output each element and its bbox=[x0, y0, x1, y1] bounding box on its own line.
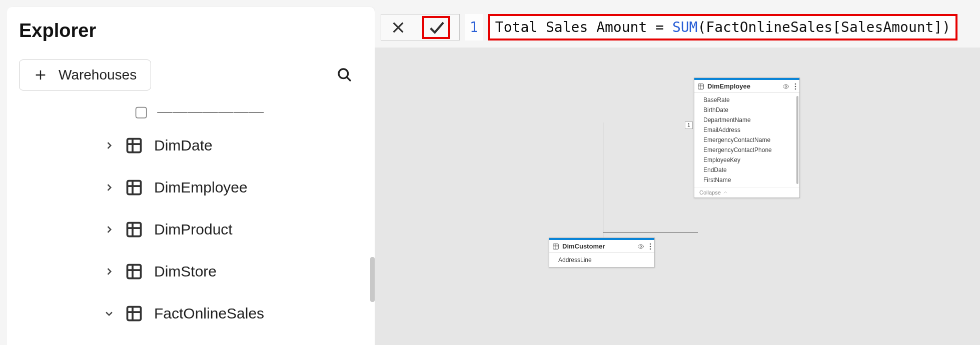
search-icon[interactable] bbox=[337, 67, 353, 83]
formula-bar-buttons bbox=[381, 14, 460, 40]
tree-item-dimproduct[interactable]: DimProduct bbox=[104, 208, 363, 250]
schema-card-title: DimCustomer bbox=[562, 242, 605, 250]
svg-rect-11 bbox=[553, 244, 559, 249]
chevron-right-icon bbox=[104, 182, 114, 192]
tree-item-label: FactOnlineSales bbox=[154, 305, 264, 322]
schema-card-scrollbar[interactable] bbox=[796, 96, 798, 184]
relationship-line[interactable] bbox=[603, 122, 698, 252]
table-icon bbox=[125, 262, 143, 280]
visibility-icon[interactable] bbox=[782, 83, 789, 90]
formula-table-ref: FactOnlineSales bbox=[706, 19, 832, 36]
formula-equals: = bbox=[647, 19, 672, 36]
svg-point-7 bbox=[785, 86, 787, 88]
svg-rect-4 bbox=[128, 265, 141, 278]
schema-card-body: BaseRate BirthDate DepartmentName EmailA… bbox=[694, 93, 799, 187]
formula-line-number: 1 bbox=[465, 14, 483, 40]
schema-card-header[interactable]: DimCustomer bbox=[549, 238, 654, 253]
formula-column-ref: SalesAmount bbox=[841, 19, 933, 36]
editor-area: 1 Total Sales Amount = SUM(FactOnlineSal… bbox=[375, 7, 980, 345]
svg-point-14 bbox=[650, 246, 651, 247]
visibility-icon[interactable] bbox=[637, 243, 644, 250]
add-warehouse-label: Warehouses bbox=[59, 67, 137, 83]
chevron-right-icon bbox=[104, 266, 114, 276]
cancel-icon[interactable] bbox=[390, 20, 406, 36]
tree-item-label: DimDate bbox=[154, 137, 213, 154]
formula-bar: 1 Total Sales Amount = SUM(FactOnlineSal… bbox=[375, 7, 980, 48]
more-icon[interactable] bbox=[794, 83, 796, 90]
schema-card-collapse[interactable]: Collapse bbox=[694, 187, 799, 198]
table-icon bbox=[125, 220, 143, 238]
svg-point-8 bbox=[795, 83, 796, 84]
explorer-tree: ▢ ——————— DimDate DimEmployee DimProduct bbox=[19, 102, 363, 334]
chevron-right-icon bbox=[104, 140, 114, 150]
table-icon bbox=[125, 304, 143, 322]
add-warehouse-button[interactable]: Warehouses bbox=[19, 60, 151, 90]
table-icon bbox=[125, 136, 143, 154]
tree-item-dimdate[interactable]: DimDate bbox=[104, 124, 363, 166]
commit-icon[interactable] bbox=[426, 19, 446, 36]
svg-point-9 bbox=[795, 86, 796, 87]
chevron-down-icon bbox=[104, 308, 114, 318]
explorer-panel: Explorer Warehouses ▢ ——————— DimDate bbox=[7, 7, 375, 345]
svg-point-15 bbox=[650, 248, 651, 250]
field-row[interactable]: EmailAddress bbox=[694, 125, 799, 135]
tree-item-label: DimProduct bbox=[154, 221, 233, 238]
formula-col-open: [ bbox=[832, 19, 841, 36]
field-row[interactable]: FirstName bbox=[694, 175, 799, 185]
model-canvas[interactable]: 1 DimEmployee BaseRate BirthDate Departm… bbox=[375, 48, 980, 345]
svg-rect-2 bbox=[128, 181, 141, 194]
explorer-toolbar: Warehouses bbox=[19, 60, 363, 90]
formula-args-open: ( bbox=[697, 19, 706, 36]
schema-card-dimcustomer[interactable]: DimCustomer AddressLine bbox=[549, 238, 655, 268]
svg-point-10 bbox=[795, 88, 796, 90]
tree-item-label: DimStore bbox=[154, 263, 217, 280]
field-row[interactable]: BirthDate bbox=[694, 105, 799, 115]
commit-button-highlight bbox=[422, 16, 450, 39]
chevron-right-icon bbox=[104, 224, 114, 234]
schema-card-header[interactable]: DimEmployee bbox=[694, 78, 799, 93]
svg-point-0 bbox=[339, 69, 348, 78]
svg-rect-3 bbox=[128, 223, 141, 236]
explorer-scrollbar[interactable] bbox=[370, 257, 375, 302]
plus-icon bbox=[34, 68, 48, 82]
svg-rect-6 bbox=[698, 84, 704, 89]
schema-card-title: DimEmployee bbox=[707, 82, 750, 90]
formula-measure-name: Total Sales Amount bbox=[495, 19, 647, 36]
tree-item-dimemployee[interactable]: DimEmployee bbox=[104, 166, 363, 208]
collapse-label: Collapse bbox=[699, 190, 721, 196]
tree-item-dimstore[interactable]: DimStore bbox=[104, 250, 363, 292]
svg-rect-5 bbox=[128, 307, 141, 320]
field-row[interactable]: AddressLine bbox=[549, 255, 654, 265]
svg-point-13 bbox=[650, 243, 651, 244]
formula-input[interactable]: Total Sales Amount = SUM(FactOnlineSales… bbox=[488, 14, 957, 40]
formula-args-close: ) bbox=[942, 19, 950, 36]
table-icon bbox=[552, 243, 559, 250]
field-row[interactable]: EmergencyContactPhone bbox=[694, 145, 799, 155]
field-row[interactable]: EmergencyContactName bbox=[694, 135, 799, 145]
field-row[interactable]: EmployeeKey bbox=[694, 155, 799, 165]
tree-item-label: DimEmployee bbox=[154, 179, 248, 196]
tree-item-factonlinesales[interactable]: FactOnlineSales bbox=[104, 292, 363, 334]
tree-item-truncated[interactable]: ▢ ——————— bbox=[104, 102, 363, 124]
chevron-up-icon bbox=[723, 190, 728, 195]
field-row[interactable]: BaseRate bbox=[694, 95, 799, 105]
table-icon bbox=[125, 178, 143, 196]
explorer-title: Explorer bbox=[19, 20, 363, 42]
svg-rect-1 bbox=[128, 139, 141, 152]
formula-function: SUM bbox=[672, 19, 698, 36]
svg-point-12 bbox=[640, 246, 642, 248]
more-icon[interactable] bbox=[649, 243, 651, 250]
field-row[interactable]: EndDate bbox=[694, 165, 799, 175]
field-row[interactable]: DepartmentName bbox=[694, 115, 799, 125]
table-icon bbox=[697, 83, 704, 90]
schema-card-body: AddressLine bbox=[549, 253, 654, 267]
schema-card-dimemployee[interactable]: DimEmployee BaseRate BirthDate Departmen… bbox=[694, 78, 800, 198]
formula-col-close: ] bbox=[933, 19, 942, 36]
relationship-cardinality: 1 bbox=[685, 122, 693, 129]
